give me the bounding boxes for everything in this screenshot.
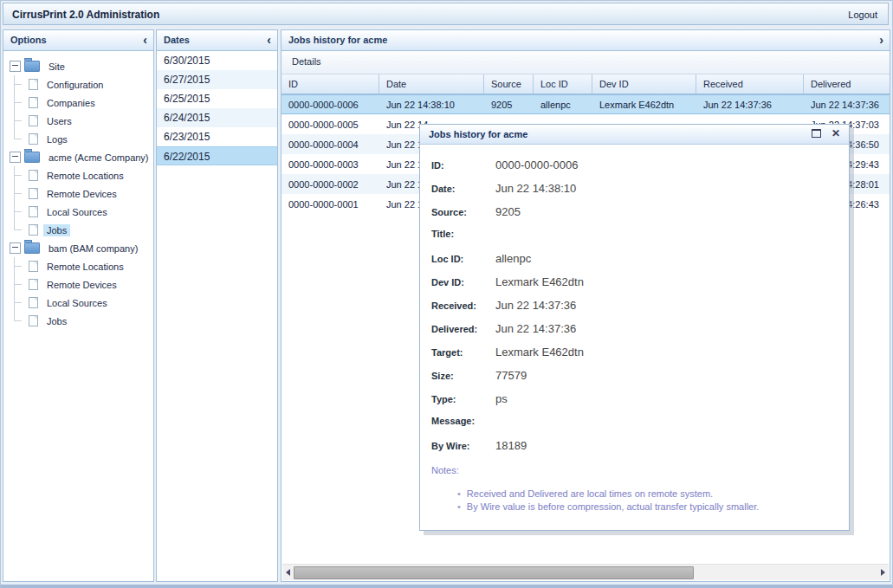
options-panel-header: Options ‹: [3, 30, 153, 51]
date-item[interactable]: 6/23/2015: [157, 127, 277, 146]
collapse-left-icon[interactable]: ‹: [143, 30, 147, 49]
notes-list: Received and Delivered are local times o…: [431, 488, 837, 514]
field-label: By Wire:: [431, 441, 495, 451]
tree-node-label[interactable]: Configuration: [43, 79, 107, 91]
scroll-left-icon[interactable]: [286, 569, 290, 576]
tree-node-label[interactable]: Local Sources: [43, 297, 111, 309]
page-icon: [29, 188, 38, 199]
jobs-grid-header: ID Date Source Loc ID Dev ID Received De…: [281, 74, 890, 94]
tree-node-label[interactable]: bam (BAM company): [45, 242, 141, 255]
cell-id: 0000-0000-0001: [281, 199, 379, 210]
tree-node-bam-jobs[interactable]: Jobs: [10, 312, 153, 330]
page-icon: [29, 261, 38, 272]
field-date: Date: Jun 22 14:38:10: [431, 182, 837, 196]
tree-node-bam-local-sources[interactable]: Local Sources: [10, 294, 153, 312]
page-icon: [29, 115, 38, 126]
tree-connector: [14, 184, 29, 203]
page-icon: [29, 206, 38, 217]
date-item[interactable]: 6/27/2015: [157, 70, 277, 89]
tree-node-label[interactable]: Site: [45, 61, 68, 73]
note-item: Received and Delivered are local times o…: [457, 488, 837, 501]
maximize-icon[interactable]: [812, 129, 821, 138]
page-icon: [29, 79, 38, 90]
field-size: Size: 77579: [431, 369, 837, 383]
field-label: Dev ID:: [431, 277, 495, 288]
date-item[interactable]: 6/30/2015: [157, 51, 277, 70]
tree-connector: [14, 221, 29, 239]
tree-connector: [14, 203, 29, 221]
table-row[interactable]: 0000-0000-0006 Jun 22 14:38:10 9205 alle…: [281, 94, 890, 114]
field-value: allenpc: [495, 252, 531, 265]
jobs-panel-header: Jobs history for acme ›: [281, 30, 890, 51]
cell-dev-id: Lexmark E462dtn: [592, 100, 696, 110]
cell-source: 9205: [484, 100, 534, 110]
tree-node-label[interactable]: Local Sources: [43, 206, 111, 218]
tree-connector: [14, 294, 29, 312]
scrollbar-thumb[interactable]: [294, 566, 694, 579]
tree-node-label[interactable]: Jobs: [43, 315, 70, 327]
cell-id: 0000-0000-0004: [281, 139, 379, 150]
tree-node-label[interactable]: Logs: [43, 133, 71, 145]
collapse-node-icon[interactable]: [10, 152, 21, 163]
dialog-titlebar[interactable]: Jobs history for acme ✕: [420, 125, 849, 145]
close-icon[interactable]: ✕: [832, 127, 840, 139]
date-item[interactable]: 6/25/2015: [157, 89, 277, 108]
collapse-node-icon[interactable]: [10, 242, 21, 254]
collapse-node-icon[interactable]: [10, 61, 21, 72]
app-title: CirrusPrint 2.0 Administration: [12, 9, 159, 21]
field-value: Lexmark E462dtn: [495, 346, 584, 359]
tree-node-bam-remote-locations[interactable]: Remote Locations: [10, 257, 153, 275]
tree-node-label[interactable]: Users: [43, 115, 75, 127]
dates-list: 6/30/2015 6/27/2015 6/25/2015 6/24/2015 …: [157, 51, 277, 165]
tree-node-acme-remote-locations[interactable]: Remote Locations: [10, 166, 153, 184]
field-label: Type:: [431, 394, 495, 404]
collapse-left-icon[interactable]: ‹: [267, 30, 271, 49]
logout-link[interactable]: Logout: [848, 10, 877, 20]
notes-heading: Notes:: [431, 465, 837, 475]
column-header-received[interactable]: Received: [696, 74, 804, 94]
tree-node-acme-remote-devices[interactable]: Remote Devices: [10, 184, 153, 203]
field-value: ps: [495, 392, 508, 405]
column-header-delivered[interactable]: Delivered: [804, 74, 890, 94]
tree-node-companies[interactable]: Companies: [10, 94, 153, 112]
field-source: Source: 9205: [431, 205, 837, 219]
field-label: Date:: [431, 184, 495, 194]
tree-node-bam[interactable]: bam (BAM company): [10, 239, 153, 257]
tree-node-bam-remote-devices[interactable]: Remote Devices: [10, 275, 153, 294]
tree-node-configuration[interactable]: Configuration: [10, 75, 153, 94]
page-icon: [29, 224, 38, 236]
date-item[interactable]: 6/24/2015: [157, 108, 277, 127]
details-button[interactable]: Details: [292, 56, 321, 67]
tree-node-label[interactable]: Remote Devices: [43, 279, 120, 291]
folder-icon: [24, 152, 40, 163]
tree-node-label[interactable]: Remote Devices: [43, 188, 120, 200]
cell-id: 0000-0000-0005: [281, 120, 379, 130]
dates-panel-header: Dates ‹: [157, 30, 277, 51]
tree-node-acme[interactable]: acme (Acme Company): [10, 148, 153, 166]
tree-node-acme-jobs[interactable]: Jobs: [10, 221, 153, 239]
column-header-loc-id[interactable]: Loc ID: [534, 74, 592, 94]
scroll-right-icon[interactable]: [881, 569, 885, 576]
column-header-date[interactable]: Date: [379, 74, 484, 94]
horizontal-scrollbar[interactable]: [282, 564, 889, 580]
tree-node-label[interactable]: Jobs: [43, 224, 70, 236]
jobs-toolbar: Details: [281, 51, 890, 74]
tree-node-site[interactable]: Site: [10, 57, 153, 75]
column-header-id[interactable]: ID: [281, 74, 379, 94]
tree-node-acme-local-sources[interactable]: Local Sources: [10, 203, 153, 221]
expand-right-icon[interactable]: ›: [879, 30, 883, 49]
tree-node-label[interactable]: Companies: [43, 97, 99, 109]
options-panel: Options ‹ Site Configuration Companies: [3, 29, 154, 582]
tree-node-label[interactable]: acme (Acme Company): [45, 152, 152, 164]
field-label: Loc ID:: [431, 254, 495, 264]
field-value: 18189: [495, 439, 527, 452]
tree-node-label[interactable]: Remote Locations: [43, 261, 127, 273]
column-header-source[interactable]: Source: [484, 74, 534, 94]
date-item-selected[interactable]: 6/22/2015: [157, 146, 277, 165]
tree-node-label[interactable]: Remote Locations: [43, 170, 127, 182]
column-header-dev-id[interactable]: Dev ID: [592, 74, 696, 94]
tree-node-users[interactable]: Users: [10, 112, 153, 130]
tree-node-logs[interactable]: Logs: [10, 130, 153, 148]
dialog-body: ID: 0000-0000-0006 Date: Jun 22 14:38:10…: [420, 145, 849, 514]
page-icon: [29, 97, 38, 108]
